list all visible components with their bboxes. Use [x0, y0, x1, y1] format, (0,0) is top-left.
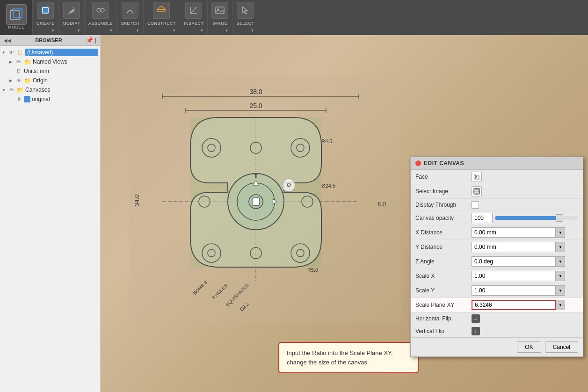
- x-distance-dropdown[interactable]: ▼: [556, 227, 565, 238]
- construct-icon-1[interactable]: [153, 2, 170, 19]
- y-distance-label: Y Distance: [415, 244, 472, 250]
- toolbar-inspect-section: INSPECT ▼: [180, 0, 208, 35]
- create-label: CREATE: [36, 21, 55, 27]
- scale-x-dropdown[interactable]: ▼: [556, 271, 565, 281]
- modify-arrow: ▼: [77, 29, 80, 33]
- scale-x-row: Scale X ▼: [411, 269, 583, 283]
- inspect-icon-1[interactable]: [185, 2, 202, 19]
- svg-marker-11: [158, 6, 165, 9]
- y-distance-dropdown[interactable]: ▼: [556, 242, 565, 252]
- tree-item-units[interactable]: 🗋 Units: mm: [0, 66, 100, 76]
- scale-x-control: ▼: [472, 271, 578, 281]
- create-arrow: ▼: [51, 29, 55, 33]
- scale-plane-xy-label: Scale Plane XY: [415, 302, 472, 308]
- svg-text:25.0: 25.0: [249, 102, 262, 109]
- cancel-button[interactable]: Cancel: [545, 341, 578, 353]
- original-label: original: [32, 96, 98, 102]
- image-arrow: ▼: [225, 29, 228, 33]
- scale-x-input[interactable]: [472, 271, 556, 281]
- select-image-btn[interactable]: [472, 186, 482, 196]
- assemble-icon-1[interactable]: [92, 2, 109, 19]
- select-image-label: Select Image: [415, 188, 472, 195]
- tree-item-original[interactable]: 👁 original: [0, 94, 100, 104]
- x-distance-row: X Distance ▼: [411, 225, 583, 240]
- horizontal-flip-label: Horizontal Flip: [415, 315, 472, 322]
- display-through-checkbox[interactable]: [472, 201, 479, 209]
- scale-plane-xy-input[interactable]: [472, 300, 556, 310]
- opacity-slider[interactable]: [495, 216, 578, 220]
- tree-item-origin[interactable]: ▶ 👁 📁 Origin: [0, 76, 100, 85]
- z-angle-control: ▼: [472, 256, 578, 267]
- face-select-btn[interactable]: [472, 172, 482, 182]
- select-icon-1[interactable]: [237, 2, 254, 19]
- toolbar-modify-section: MODIFY ▼: [59, 0, 85, 35]
- inspect-arrow: ▼: [200, 29, 203, 33]
- create-icon-1[interactable]: [37, 2, 54, 19]
- tree-item-unsaved[interactable]: ▼ 👁 🗋 (Unsaved): [0, 48, 100, 57]
- expand-icon-named-views: ▶: [9, 60, 15, 64]
- toolbar-select-section: SELECT ▼: [232, 0, 258, 35]
- sketch-label: SKETCH: [121, 21, 139, 27]
- horizontal-flip-btn[interactable]: ↔: [472, 314, 480, 323]
- select-label: SELECT: [236, 21, 254, 27]
- y-distance-row: Y Distance ▼: [411, 240, 583, 254]
- svg-line-12: [190, 7, 197, 14]
- toolbar-sketch-section: SKETCH ▼: [117, 0, 144, 35]
- modify-icon-1[interactable]: [63, 2, 80, 19]
- unsaved-label: (Unsaved): [25, 49, 98, 56]
- z-angle-label: Z Angle: [415, 258, 472, 265]
- construct-label: CONSTRUCT: [147, 21, 176, 27]
- vertical-flip-label: Vertical Flip: [415, 328, 472, 334]
- vertical-flip-btn[interactable]: ↕: [472, 327, 480, 335]
- scale-y-dropdown[interactable]: ▼: [556, 285, 565, 296]
- browser-tree: ▼ 👁 🗋 (Unsaved) ▶ 👁 📁 Named Views 🗋 Unit…: [0, 46, 100, 106]
- z-angle-row: Z Angle ▼: [411, 254, 583, 269]
- z-angle-input[interactable]: [472, 256, 556, 267]
- svg-text:⚙: ⚙: [286, 182, 291, 189]
- eye-icon-unsaved: 👁: [7, 49, 15, 56]
- svg-rect-15: [216, 7, 224, 14]
- construct-arrow: ▼: [172, 29, 176, 33]
- horizontal-flip-row: Horizontal Flip ↔: [411, 312, 583, 325]
- z-angle-dropdown[interactable]: ▼: [556, 256, 565, 267]
- panel-footer: OK Cancel: [411, 337, 583, 356]
- toolbar-image-section: IMAGE ▼: [208, 0, 232, 35]
- canvas-opacity-row: Canvas opacity: [411, 211, 583, 225]
- sketch-icon-1[interactable]: [122, 2, 138, 19]
- folder-icon-origin: 📁: [24, 77, 31, 84]
- modify-label: MODIFY: [63, 21, 80, 27]
- x-distance-input[interactable]: [472, 227, 556, 238]
- edit-canvas-panel: EDIT CANVAS Face Select Image: [410, 157, 583, 357]
- scale-y-input[interactable]: [472, 285, 556, 296]
- svg-text:R4.5: R4.5: [321, 138, 332, 144]
- main-toolbar: MODEL CREATE ▼ MODIFY ▼ ASSEMBLE ▼: [0, 0, 588, 35]
- technical-drawing-svg: 38.0 25.0: [125, 71, 406, 333]
- sketch-arrow: ▼: [136, 29, 139, 33]
- folder-icon-named-views: 📁: [24, 58, 31, 65]
- svg-text:⬆: ⬆: [253, 172, 259, 180]
- annotation-text: Input the Ratio into the Scale Plane XY,…: [287, 349, 393, 366]
- svg-line-7: [73, 7, 75, 9]
- image-icon-1[interactable]: [211, 2, 228, 19]
- y-distance-input[interactable]: [472, 242, 556, 252]
- units-label: Units: mm: [24, 68, 98, 74]
- opacity-handle[interactable]: [556, 214, 563, 222]
- browser-controls: 📌 |: [86, 37, 96, 44]
- canvas-opacity-control: [472, 213, 578, 223]
- scale-x-label: Scale X: [415, 273, 472, 279]
- y-distance-control: ▼: [472, 242, 578, 252]
- expand-icon-unsaved: ▼: [2, 51, 7, 55]
- face-label: Face: [415, 174, 472, 180]
- svg-rect-53: [252, 198, 260, 205]
- svg-text:8.0: 8.0: [377, 201, 386, 208]
- tree-item-named-views[interactable]: ▶ 👁 📁 Named Views: [0, 57, 100, 66]
- browser-pin[interactable]: 📌: [86, 37, 93, 44]
- select-arrow: ▼: [251, 29, 254, 33]
- scale-plane-xy-dropdown[interactable]: ▼: [556, 300, 565, 310]
- tree-item-canvases[interactable]: ▼ 👁 📁 Canvases: [0, 85, 100, 94]
- ok-button[interactable]: OK: [517, 341, 541, 353]
- svg-point-9: [101, 8, 104, 12]
- browser-panel: ◀◀ BROWSER 📌 | ▼ 👁 🗋 (Unsaved) ▶ 👁 📁 Nam…: [0, 35, 101, 392]
- canvas-thumbnail-icon: [24, 96, 30, 102]
- canvas-opacity-input[interactable]: [472, 213, 493, 223]
